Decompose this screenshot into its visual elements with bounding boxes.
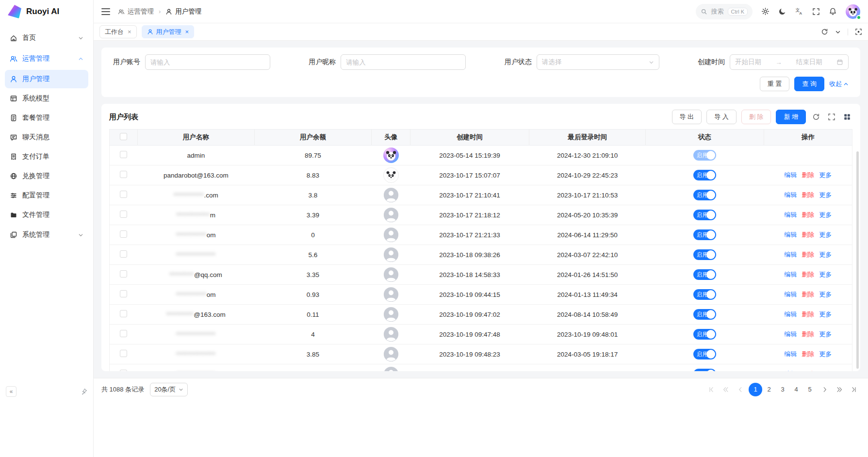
expand-icon[interactable] — [826, 112, 837, 122]
delete-link[interactable]: 删除 — [802, 350, 814, 358]
edit-link[interactable]: 编辑 — [784, 370, 797, 371]
settings-icon[interactable] — [761, 7, 770, 16]
sidebar-item[interactable]: 支付订单 — [5, 147, 88, 166]
edit-link[interactable]: 编辑 — [784, 251, 797, 258]
row-checkbox[interactable] — [120, 151, 127, 158]
page-button[interactable]: 4 — [789, 383, 803, 396]
row-checkbox[interactable] — [120, 290, 127, 297]
status-toggle[interactable]: 启用 — [693, 210, 716, 220]
sidebar-item-home[interactable]: 首页 — [5, 28, 88, 48]
edit-link[interactable]: 编辑 — [784, 211, 797, 218]
column-settings-icon[interactable] — [842, 112, 852, 122]
select-all-checkbox[interactable] — [120, 133, 127, 140]
last-page-button[interactable] — [848, 383, 860, 396]
first-page-button[interactable] — [705, 383, 718, 396]
edit-link[interactable]: 编辑 — [784, 231, 797, 238]
tab-workbench[interactable]: 工作台 × — [99, 25, 137, 38]
more-link[interactable]: 更多 — [819, 310, 832, 318]
page-button[interactable]: 3 — [776, 383, 789, 396]
translate-icon[interactable]: 文A — [795, 7, 803, 16]
status-toggle[interactable]: 启用 — [693, 329, 716, 340]
refresh-icon[interactable] — [811, 112, 821, 122]
pin-icon[interactable] — [81, 388, 87, 395]
export-button[interactable]: 导 出 — [672, 110, 702, 124]
edit-link[interactable]: 编辑 — [784, 191, 797, 198]
fullscreen-icon[interactable] — [812, 8, 820, 16]
page-button[interactable]: 5 — [803, 383, 817, 396]
more-link[interactable]: 更多 — [819, 271, 832, 278]
account-input[interactable] — [145, 54, 270, 70]
status-toggle[interactable]: 启用 — [693, 150, 716, 161]
sidebar-item[interactable]: 用户管理 — [5, 70, 88, 88]
sidebar-collapse-button[interactable]: « — [6, 386, 16, 397]
more-link[interactable]: 更多 — [819, 171, 832, 179]
bell-icon[interactable] — [829, 7, 837, 16]
more-link[interactable]: 更多 — [819, 191, 832, 198]
sidebar-item[interactable]: 聊天消息 — [5, 128, 88, 147]
next-5-pages-button[interactable] — [833, 383, 846, 396]
edit-link[interactable]: 编辑 — [784, 171, 797, 179]
sidebar-item[interactable]: 套餐管理 — [5, 109, 88, 127]
close-icon[interactable]: × — [185, 28, 189, 35]
page-button[interactable]: 2 — [762, 383, 776, 396]
more-link[interactable]: 更多 — [819, 211, 832, 218]
delete-link[interactable]: 删除 — [802, 310, 814, 318]
close-icon[interactable]: × — [128, 28, 131, 35]
edit-link[interactable]: 编辑 — [784, 271, 797, 278]
row-checkbox[interactable] — [120, 270, 127, 277]
created-date-range[interactable]: 开始日期 → 结束日期 — [730, 54, 849, 70]
edit-link[interactable]: 编辑 — [784, 291, 797, 298]
edit-link[interactable]: 编辑 — [784, 310, 797, 318]
status-toggle[interactable]: 启用 — [693, 229, 716, 240]
focus-mode-icon[interactable] — [855, 28, 862, 35]
row-checkbox[interactable] — [120, 330, 127, 337]
delete-button[interactable]: 删 除 — [741, 110, 771, 124]
prev-5-pages-button[interactable] — [720, 383, 732, 396]
row-checkbox[interactable] — [120, 250, 127, 258]
delete-link[interactable]: 删除 — [802, 370, 814, 371]
sidebar-item-ops[interactable]: 运营管理 — [5, 49, 88, 68]
row-checkbox[interactable] — [120, 310, 127, 317]
edit-link[interactable]: 编辑 — [784, 350, 797, 358]
next-page-button[interactable] — [819, 383, 831, 396]
status-toggle[interactable]: 启用 — [693, 289, 716, 300]
status-toggle[interactable]: 启用 — [693, 349, 716, 359]
more-link[interactable]: 更多 — [819, 291, 832, 298]
user-avatar[interactable] — [846, 4, 860, 19]
more-link[interactable]: 更多 — [819, 350, 832, 358]
status-toggle[interactable]: 启用 — [693, 369, 716, 371]
sidebar-item[interactable]: 兑换管理 — [5, 167, 88, 185]
row-checkbox[interactable] — [120, 191, 127, 198]
delete-link[interactable]: 删除 — [802, 191, 814, 198]
status-toggle[interactable]: 启用 — [693, 309, 716, 320]
moon-icon[interactable] — [778, 7, 786, 16]
more-link[interactable]: 更多 — [819, 231, 832, 238]
delete-link[interactable]: 删除 — [802, 231, 814, 238]
more-link[interactable]: 更多 — [819, 370, 832, 371]
delete-link[interactable]: 删除 — [802, 171, 814, 179]
tab-user-management[interactable]: 用户管理 × — [142, 25, 195, 38]
sidebar-item[interactable]: 配置管理 — [5, 186, 88, 205]
delete-link[interactable]: 删除 — [802, 330, 814, 338]
sidebar-item[interactable]: 系统模型 — [5, 89, 88, 108]
status-toggle[interactable]: 启用 — [693, 269, 716, 280]
breadcrumb-item-current[interactable]: 用户管理 — [165, 7, 201, 16]
status-toggle[interactable]: 启用 — [693, 249, 716, 260]
more-link[interactable]: 更多 — [819, 330, 832, 338]
row-checkbox[interactable] — [120, 350, 127, 357]
status-toggle[interactable]: 启用 — [693, 170, 716, 180]
status-select[interactable]: 请选择 — [537, 54, 659, 70]
row-checkbox[interactable] — [120, 230, 127, 238]
breadcrumb-item[interactable]: 运营管理 — [118, 7, 154, 16]
row-checkbox[interactable] — [120, 171, 127, 178]
status-toggle[interactable]: 启用 — [693, 190, 716, 200]
delete-link[interactable]: 删除 — [802, 291, 814, 298]
add-button[interactable]: 新 增 — [776, 110, 806, 124]
delete-link[interactable]: 删除 — [802, 211, 814, 218]
page-size-select[interactable]: 20条/页 — [150, 383, 188, 396]
delete-link[interactable]: 删除 — [802, 251, 814, 258]
hamburger-menu-icon[interactable] — [101, 8, 110, 15]
page-button[interactable]: 1 — [749, 383, 762, 396]
sidebar-item-system[interactable]: 系统管理 — [5, 225, 88, 245]
prev-page-button[interactable] — [734, 383, 747, 396]
